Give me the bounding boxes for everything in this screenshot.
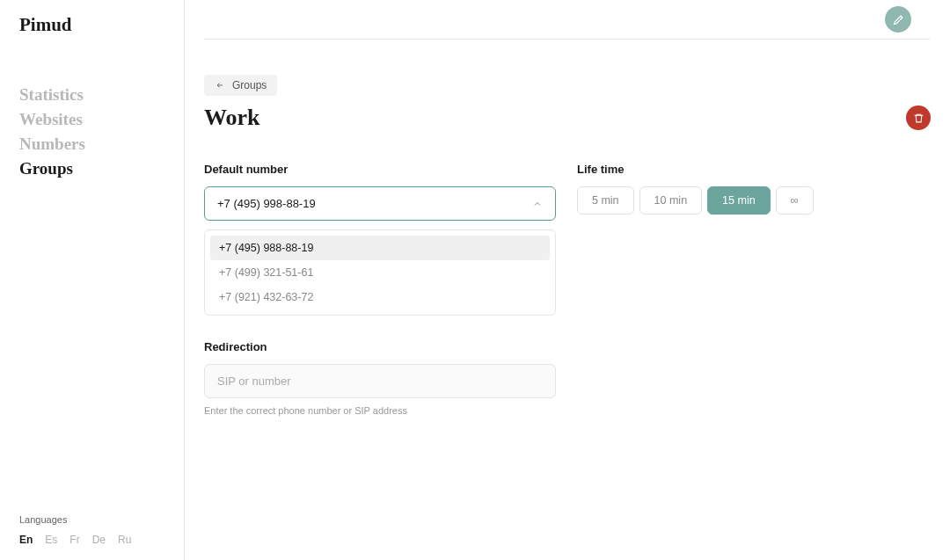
breadcrumb-label: Groups (232, 79, 267, 91)
default-number-select[interactable]: +7 (495) 998-88-19 (204, 186, 556, 221)
arrow-left-icon (215, 81, 225, 90)
page-content: Groups Work Default number +7 (495) 998-… (185, 40, 950, 560)
sidebar-item-websites[interactable]: Websites (19, 110, 164, 129)
brand-logo: Pimud (19, 14, 164, 36)
redirection-label: Redirection (204, 340, 556, 353)
lifetime-10min[interactable]: 10 min (639, 186, 703, 215)
default-number-dropdown: +7 (495) 988-88-19 +7 (499) 321-51-61 +7… (204, 229, 556, 316)
lang-es[interactable]: Es (45, 534, 57, 546)
lang-fr[interactable]: Fr (69, 534, 79, 546)
page-title: Work (204, 105, 260, 131)
dropdown-option-0[interactable]: +7 (495) 988-88-19 (210, 236, 550, 260)
lang-ru[interactable]: Ru (118, 534, 131, 546)
default-number-value: +7 (495) 998-88-19 (217, 197, 316, 210)
default-number-label: Default number (204, 163, 556, 176)
user-avatar[interactable] (885, 6, 911, 33)
redirection-input[interactable] (204, 364, 556, 398)
lang-de[interactable]: De (92, 534, 106, 546)
chevron-up-icon (532, 199, 543, 209)
pencil-icon (892, 13, 905, 26)
sidebar-item-numbers[interactable]: Numbers (19, 135, 164, 154)
language-switcher: Languages En Es Fr De Ru (19, 514, 164, 546)
lifetime-label: Life time (577, 163, 931, 176)
lifetime-infinity[interactable]: ∞ (776, 186, 814, 215)
languages-heading: Languages (19, 514, 164, 525)
trash-icon (913, 113, 924, 124)
sidebar-item-statistics[interactable]: Statistics (19, 85, 164, 105)
lifetime-5min[interactable]: 5 min (577, 186, 634, 215)
delete-button[interactable] (906, 105, 931, 130)
sidebar: Pimud Statistics Websites Numbers Groups… (0, 0, 185, 560)
main-area: Groups Work Default number +7 (495) 998-… (185, 0, 950, 560)
dropdown-option-1[interactable]: +7 (499) 321-51-61 (210, 260, 550, 285)
lifetime-options: 5 min 10 min 15 min ∞ (577, 186, 931, 215)
breadcrumb-back[interactable]: Groups (204, 75, 277, 96)
main-nav: Statistics Websites Numbers Groups (19, 85, 164, 514)
sidebar-item-groups[interactable]: Groups (19, 159, 164, 178)
dropdown-option-2[interactable]: +7 (921) 432-63-72 (210, 285, 550, 309)
redirection-hint: Enter the correct phone number or SIP ad… (204, 405, 556, 416)
topbar (204, 0, 931, 40)
lang-en[interactable]: En (19, 534, 33, 546)
lifetime-15min[interactable]: 15 min (707, 186, 771, 215)
